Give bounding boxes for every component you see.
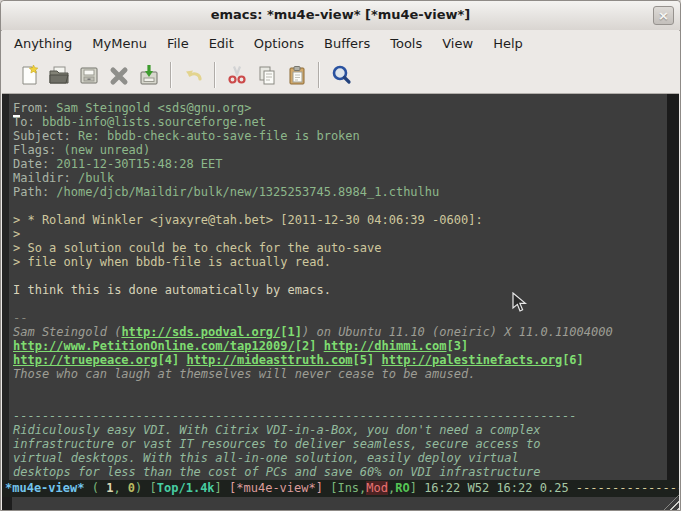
scrollbar[interactable] [2, 94, 9, 480]
text-segment: rom: [20, 101, 49, 115]
buffer-line [13, 395, 667, 409]
text-segment: -- [13, 311, 27, 325]
cut-icon[interactable] [222, 60, 252, 90]
text-segment: Maildir: [13, 171, 71, 185]
buffer-line: To: bbdb-info@lists.sourceforge.net [13, 115, 667, 129]
buffer-line: > [13, 227, 667, 241]
open-folder-icon[interactable] [44, 60, 74, 90]
text-segment: ) on Ubuntu 11.10 (oneiric) X 11.0.11004… [302, 325, 613, 339]
menu-anything[interactable]: Anything [4, 32, 82, 55]
buffer-line: infrastructure or vast IT resources to d… [13, 437, 667, 451]
save-as-icon[interactable] [134, 60, 164, 90]
text-segment: Re: bbdb-check-auto-save-file is broken [71, 129, 360, 143]
buffer-line: Ridiculously easy VDI. With Citrix VDI-i… [13, 423, 667, 437]
buffer-line [13, 297, 667, 311]
buffer-line: Maildir: /bulk [13, 171, 667, 185]
text-segment: 2011-12-30T15:48:28 EET [49, 157, 222, 171]
text-segment [374, 353, 381, 367]
menu-file[interactable]: File [157, 32, 199, 55]
menu-edit[interactable]: Edit [199, 32, 244, 55]
menu-buffers[interactable]: Buffers [314, 32, 380, 55]
menu-tools[interactable]: Tools [380, 32, 432, 55]
buffer-line [13, 199, 667, 213]
modeline-segment: ) [135, 481, 149, 495]
buffer-line [13, 381, 667, 395]
text-segment: Sam Steingold ( [13, 325, 121, 339]
text-segment: /home/djcb/Maildir/bulk/new/1325253745.8… [49, 185, 439, 199]
modeline-segment: [*mu4e-view*] [229, 481, 323, 495]
resize-grip[interactable] [664, 495, 679, 510]
link[interactable]: http://sds.podval.org/ [121, 325, 280, 339]
menu-bar: AnythingMyMenuFileEditOptionsBuffersTool… [2, 30, 679, 57]
modeline-segment: Mod [366, 481, 388, 495]
menu-view[interactable]: View [432, 32, 483, 55]
modeline-segment: RO [395, 481, 409, 495]
modeline-segment: -------------------- [576, 481, 679, 495]
right-fringe [667, 94, 679, 480]
modeline-segment: 0 [128, 481, 135, 495]
text-segment: Path: [13, 185, 49, 199]
modeline-segment: *mu4e-view* [5, 481, 84, 495]
buffer-line: http://www.PetitionOnline.com/tap12009/[… [13, 339, 667, 353]
text-segment: desktops for less than the cost of PCs a… [13, 465, 540, 479]
buffer-line: virtual desktops. With this all-in-one s… [13, 451, 667, 465]
buffer-line: Sam Steingold (http://sds.podval.org/[1]… [13, 325, 667, 339]
emacs-window: emacs: *mu4e-view* [*mu4e-view*] × Anyth… [0, 0, 681, 511]
buffer-line: Flags: (new unread) [13, 143, 667, 157]
text-segment: bbdb-info@lists.sourceforge.net [35, 115, 266, 129]
text-segment: > So a solution could be to check for th… [13, 241, 381, 255]
link[interactable]: http://palestinefacts.org [382, 353, 563, 367]
text-segment: [6] [562, 353, 584, 367]
echo-area[interactable] [2, 497, 679, 510]
text-segment: [5] [353, 353, 375, 367]
echo-left-notch [2, 497, 12, 510]
link[interactable]: http://truepeace.org [13, 353, 158, 367]
buffer-line: http://truepeace.org[4] http://mideasttr… [13, 353, 667, 367]
mouse-cursor [512, 292, 528, 314]
buffer-text[interactable]: From: Sam Steingold <sds@gnu.org>To: bbd… [9, 94, 667, 480]
text-segment: [2] [295, 339, 317, 353]
modeline-segment: [Ins, [330, 481, 366, 495]
text-segment: /bulk [71, 171, 114, 185]
search-icon[interactable] [326, 60, 356, 90]
close-icon: × [658, 9, 669, 22]
modeline-segment: , [113, 481, 127, 495]
text-segment: ----------------------------------------… [13, 409, 577, 423]
close-buffer-icon[interactable] [104, 60, 134, 90]
text-segment: Ridiculously easy VDI. With Citrix VDI-i… [13, 423, 540, 437]
window-title: emacs: *mu4e-view* [*mu4e-view*] [1, 7, 680, 22]
close-button[interactable]: × [653, 6, 674, 25]
text-segment [316, 339, 323, 353]
mode-line: *mu4e-view* ( 1, 0) [Top/1.4k] [*mu4e-vi… [2, 480, 679, 497]
buffer-line [13, 269, 667, 283]
text-segment: Flags: [13, 143, 56, 157]
buffer-line: From: Sam Steingold <sds@gnu.org> [13, 101, 667, 115]
save-icon[interactable] [74, 60, 104, 90]
link[interactable]: http://dhimmi.com [324, 339, 447, 353]
text-segment: I think this is done automatically by em… [13, 283, 331, 297]
text-segment: Date: [13, 157, 49, 171]
new-file-icon[interactable] [14, 60, 44, 90]
link[interactable]: http://www.PetitionOnline.com/tap12009/ [13, 339, 295, 353]
undo-icon[interactable] [178, 60, 208, 90]
copy-icon[interactable] [252, 60, 282, 90]
paste-icon[interactable] [282, 60, 312, 90]
buffer-line: > So a solution could be to check for th… [13, 241, 667, 255]
text-segment: virtual desktops. With this all-in-one s… [13, 451, 519, 465]
text-segment: [4] [158, 353, 180, 367]
buffer-line: I think this is done automatically by em… [13, 283, 667, 297]
text-segment: Those who can laugh at themselves will n… [13, 367, 475, 381]
text-segment: > * Roland Winkler <jvaxyre@tah.bet> [20… [13, 213, 483, 227]
menu-mymenu[interactable]: MyMenu [82, 32, 157, 55]
modeline-segment: [ [150, 481, 157, 495]
buffer-line: Date: 2011-12-30T15:48:28 EET [13, 157, 667, 171]
text-segment: [1] [280, 325, 302, 339]
link[interactable]: http://mideasttruth.com [186, 353, 352, 367]
text-segment: Sam Steingold <sds@gnu.org> [49, 101, 251, 115]
buffer-line: > * Roland Winkler <jvaxyre@tah.bet> [20… [13, 213, 667, 227]
menu-options[interactable]: Options [244, 32, 314, 55]
text-segment: > [13, 227, 20, 241]
buffer-area[interactable]: From: Sam Steingold <sds@gnu.org>To: bbd… [2, 94, 679, 480]
title-bar[interactable]: emacs: *mu4e-view* [*mu4e-view*] × [1, 1, 680, 31]
menu-help[interactable]: Help [483, 32, 533, 55]
